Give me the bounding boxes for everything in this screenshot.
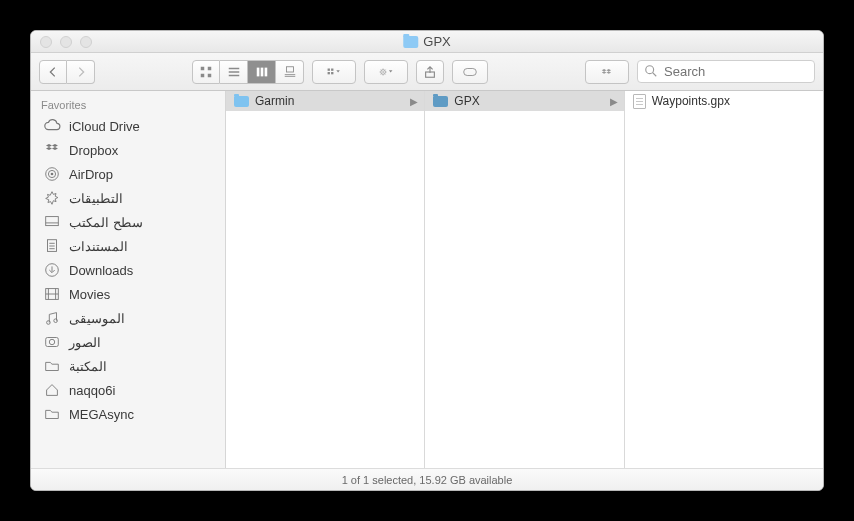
icon-view-button[interactable] [192, 60, 220, 84]
svg-rect-15 [464, 68, 477, 75]
chevron-right-icon: ▶ [610, 96, 618, 107]
applications-icon [43, 189, 61, 207]
status-bar: 1 of 1 selected, 15.92 GB available [31, 468, 823, 490]
columns-view: Garmin ▶ GPX ▶ Waypoints.gpx [226, 91, 823, 468]
column-0[interactable]: Garmin ▶ [226, 91, 425, 468]
svg-point-13 [382, 71, 383, 72]
titlebar: GPX [31, 31, 823, 53]
sidebar-item-pictures[interactable]: الصور [31, 330, 225, 354]
list-item[interactable]: Garmin ▶ [226, 91, 424, 111]
item-name: GPX [454, 94, 603, 108]
item-name: Waypoints.gpx [652, 94, 817, 108]
share-button[interactable] [416, 60, 444, 84]
dropbox-button[interactable] [585, 60, 629, 84]
sidebar-item-label: iCloud Drive [69, 119, 140, 134]
sidebar-item-applications[interactable]: التطبيقات [31, 186, 225, 210]
svg-rect-0 [201, 66, 205, 70]
list-item[interactable]: GPX ▶ [425, 91, 623, 111]
documents-icon [43, 237, 61, 255]
sidebar-item-desktop[interactable]: سطح المكتب [31, 210, 225, 234]
status-text: 1 of 1 selected, 15.92 GB available [342, 474, 513, 486]
close-icon[interactable] [40, 36, 52, 48]
sidebar-item-icloud[interactable]: iCloud Drive [31, 114, 225, 138]
svg-rect-10 [328, 72, 330, 74]
sidebar-item-label: التطبيقات [69, 191, 123, 206]
arrange-button[interactable] [312, 60, 356, 84]
file-icon [633, 94, 646, 109]
home-icon [43, 381, 61, 399]
finder-window: GPX [30, 30, 824, 491]
back-button[interactable] [39, 60, 67, 84]
chevron-right-icon: ▶ [410, 96, 418, 107]
sidebar-item-downloads[interactable]: Downloads [31, 258, 225, 282]
list-item[interactable]: Waypoints.gpx [625, 91, 823, 111]
sidebar-item-home[interactable]: naqqo6i [31, 378, 225, 402]
column-2[interactable]: Waypoints.gpx [625, 91, 823, 468]
svg-rect-20 [46, 217, 59, 226]
sidebar-item-label: المكتبة [69, 359, 107, 374]
svg-rect-5 [260, 67, 263, 76]
cloud-icon [43, 117, 61, 135]
sidebar-item-label: الصور [69, 335, 101, 350]
toolbar [31, 53, 823, 91]
column-1[interactable]: GPX ▶ [425, 91, 624, 468]
svg-rect-3 [208, 73, 212, 77]
sidebar-item-label: سطح المكتب [69, 215, 143, 230]
sidebar-item-movies[interactable]: Movies [31, 282, 225, 306]
list-view-button[interactable] [220, 60, 248, 84]
column-view-button[interactable] [248, 60, 276, 84]
sidebar-item-label: Dropbox [69, 143, 118, 158]
svg-point-27 [49, 339, 54, 344]
sidebar-item-megasync[interactable]: MEGAsync [31, 402, 225, 426]
sidebar-item-label: naqqo6i [69, 383, 115, 398]
svg-point-16 [646, 66, 654, 74]
body: Favorites iCloud Drive Dropbox AirDrop ا… [31, 91, 823, 468]
svg-rect-11 [331, 72, 333, 74]
zoom-icon[interactable] [80, 36, 92, 48]
window-title: GPX [403, 34, 450, 49]
title-text: GPX [423, 34, 450, 49]
sidebar-item-label: المستندات [69, 239, 128, 254]
music-icon [43, 309, 61, 327]
sidebar-item-music[interactable]: الموسيقى [31, 306, 225, 330]
dropbox-icon [43, 141, 61, 159]
sidebar-item-airdrop[interactable]: AirDrop [31, 162, 225, 186]
view-mode [192, 60, 304, 84]
svg-rect-2 [201, 73, 205, 77]
svg-point-25 [54, 319, 58, 323]
search-input[interactable] [637, 60, 815, 83]
movies-icon [43, 285, 61, 303]
coverflow-view-button[interactable] [276, 60, 304, 84]
folder-icon [433, 96, 448, 107]
svg-rect-6 [264, 67, 267, 76]
sidebar-item-label: Movies [69, 287, 110, 302]
action-button[interactable] [364, 60, 408, 84]
svg-rect-4 [256, 67, 259, 76]
sidebar-item-documents[interactable]: المستندات [31, 234, 225, 258]
sidebar: Favorites iCloud Drive Dropbox AirDrop ا… [31, 91, 226, 468]
folder-icon [403, 36, 418, 48]
desktop-icon [43, 213, 61, 231]
forward-button[interactable] [67, 60, 95, 84]
pictures-icon [43, 333, 61, 351]
svg-rect-8 [328, 68, 330, 70]
search-icon [644, 64, 658, 82]
sidebar-item-dropbox[interactable]: Dropbox [31, 138, 225, 162]
sidebar-item-label: Downloads [69, 263, 133, 278]
traffic-lights [31, 36, 92, 48]
folder-icon [234, 96, 249, 107]
nav-buttons [39, 60, 95, 84]
sidebar-item-library[interactable]: المكتبة [31, 354, 225, 378]
svg-rect-21 [48, 240, 57, 252]
search-field[interactable] [637, 60, 815, 83]
sidebar-item-label: MEGAsync [69, 407, 134, 422]
airdrop-icon [43, 165, 61, 183]
minimize-icon[interactable] [60, 36, 72, 48]
svg-rect-7 [286, 66, 293, 71]
sidebar-item-label: AirDrop [69, 167, 113, 182]
folder-icon [43, 405, 61, 423]
tags-button[interactable] [452, 60, 488, 84]
downloads-icon [43, 261, 61, 279]
svg-point-19 [51, 173, 54, 176]
sidebar-header: Favorites [31, 95, 225, 114]
